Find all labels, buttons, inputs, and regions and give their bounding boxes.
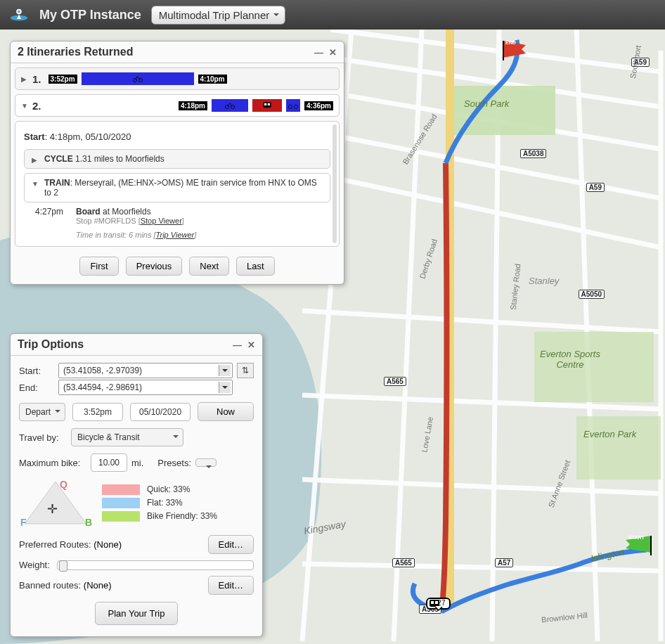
svg-rect-17 (268, 103, 270, 105)
expand-icon: ▶ (21, 75, 28, 83)
triangle-control[interactable]: Q F B ✛ (19, 477, 92, 528)
triangle-legend: Quick: 33% Flat: 33% Bike Friendly: 33% (102, 482, 254, 524)
start-label: Start: (19, 366, 54, 376)
max-bike-label: Maximum bike: (19, 458, 86, 468)
max-bike-input[interactable]: 10.00 (91, 453, 127, 472)
nav-buttons: First Previous Next Last (11, 251, 344, 284)
edit-banned-button[interactable]: Edit… (208, 576, 254, 595)
svg-rect-7 (431, 601, 434, 604)
itineraries-title: 2 Itineraries Returned (18, 46, 134, 58)
end-label: End: (19, 382, 54, 393)
station-marker[interactable]: 4:27 (426, 598, 451, 610)
travel-by-select[interactable]: Bicycle & Transit (71, 428, 183, 446)
start-flag-text: START (628, 535, 645, 540)
cycle-step[interactable]: ▶ CYCLE 1.31 miles to Moorfields (24, 149, 330, 169)
svg-point-2 (18, 11, 20, 13)
quick-swatch (102, 484, 140, 495)
depart-select[interactable]: Depart (19, 403, 65, 421)
flat-label: Flat: 33% (147, 498, 183, 508)
road-a565a: A565 (384, 377, 406, 386)
itineraries-panel: 2 Itineraries Returned — ✕ ▶ 1. 3:52pm 4… (10, 41, 344, 285)
transit-line: Time in transit: 6 mins [ (76, 231, 156, 239)
quick-label: Quick: 33% (147, 484, 190, 494)
south-park-label: South Park (464, 98, 509, 109)
itin1-end: 4:10pm (198, 75, 227, 84)
collapse-icon: ▼ (32, 180, 39, 188)
slider-handle[interactable] (59, 560, 67, 572)
time-input[interactable]: 3:52pm (72, 403, 123, 421)
train-icon (427, 599, 441, 609)
banned-value: (None) (84, 580, 112, 591)
collapse-icon: ▼ (21, 102, 28, 110)
preferred-label: Preferred Routes: (19, 539, 91, 550)
itin-index: 1. (32, 73, 41, 85)
minimize-icon[interactable]: — (233, 340, 242, 350)
svg-rect-16 (264, 103, 266, 105)
preferred-value: (None) (93, 539, 122, 550)
svg-rect-8 (435, 601, 438, 604)
top-bar: My OTP Instance Multimodal Trip Planner (0, 0, 665, 30)
scrollbar[interactable] (332, 124, 337, 243)
itin-index: 2. (32, 100, 41, 112)
itin2-start: 4:18pm (179, 101, 207, 110)
start-line: Start: 4:18pm, 05/10/2020 (24, 129, 330, 145)
friendly-label: Bike Friendly: 33% (147, 511, 217, 521)
end-flag-text: END (505, 40, 516, 45)
board-time: 4:27pm (24, 207, 63, 239)
trip-viewer-link[interactable]: Trip Viewer (156, 231, 195, 239)
presets-select[interactable] (195, 458, 217, 467)
trip-options-header: Trip Options — ✕ (11, 334, 262, 356)
first-button[interactable]: First (79, 257, 118, 276)
banned-label: Banned routes: (19, 580, 81, 591)
svg-point-19 (294, 105, 297, 108)
travel-by-label: Travel by: (19, 432, 67, 443)
mode-select[interactable]: Multimodal Trip Planner (151, 6, 286, 25)
trip-options-panel: Trip Options — ✕ Start: (53.41058, -2.97… (10, 333, 263, 637)
stanley-label: Stanley (529, 276, 559, 286)
stop-viewer-link[interactable]: Stop Viewer (141, 217, 182, 225)
flat-swatch (102, 498, 140, 508)
itin1-start: 3:52pm (49, 75, 77, 84)
svg-rect-5 (576, 416, 661, 479)
expand-icon: ▶ (32, 156, 39, 164)
stop-line: Stop #MORFLDS [ (76, 217, 141, 225)
minimize-icon[interactable]: — (314, 47, 323, 58)
plan-trip-button[interactable]: Plan Your Trip (95, 602, 179, 625)
friendly-swatch (102, 511, 140, 522)
now-button[interactable]: Now (198, 402, 254, 421)
road-a5038: A5038 (520, 149, 546, 158)
date-input[interactable]: 05/10/2020 (130, 403, 191, 421)
swap-button[interactable]: ⇅ (237, 363, 254, 378)
previous-button[interactable]: Previous (126, 257, 183, 276)
close-icon[interactable]: ✕ (329, 47, 337, 58)
board-row: 4:27pm Board at Moorfields Stop #MORFLDS… (24, 207, 330, 239)
itinerary-1[interactable]: ▶ 1. 3:52pm 4:10pm (15, 67, 340, 90)
svg-point-18 (288, 105, 292, 108)
edit-preferred-button[interactable]: Edit… (208, 535, 254, 554)
close-icon[interactable]: ✕ (247, 340, 255, 350)
weight-slider[interactable] (57, 560, 254, 570)
trip-options-title: Trip Options (18, 338, 84, 351)
itin2-end: 4:36pm (304, 101, 333, 110)
road-a5050: A5050 (579, 290, 605, 299)
itinerary-detail: Start: 4:18pm, 05/10/2020 ▶ CYCLE 1.31 m… (15, 121, 340, 247)
bike-leg-icon (212, 99, 248, 112)
presets-label: Presets: (157, 458, 191, 468)
last-button[interactable]: Last (236, 257, 275, 276)
board-label: Board (76, 207, 101, 217)
triangle-f: F (20, 517, 27, 528)
triangle-b: B (85, 517, 92, 528)
everton-sports-label: Everton Sports Centre (540, 349, 600, 370)
logo-icon (8, 7, 30, 22)
train-step[interactable]: ▼ TRAIN: Merseyrail, (ME:HNX->OMS) ME tr… (24, 173, 330, 202)
weight-label: Weight: (19, 560, 50, 570)
triangle-handle[interactable]: ✛ (47, 501, 58, 517)
board-text: at Moorfields (101, 207, 151, 217)
end-input[interactable]: (53.44594, -2.98691) (58, 380, 233, 395)
itinerary-2[interactable]: ▼ 2. 4:18pm 4:36pm (15, 94, 340, 117)
road-a565b: A565 (392, 558, 415, 567)
mi-label: mi. (131, 458, 143, 468)
start-input[interactable]: (53.41058, -2.97039) (58, 363, 233, 378)
next-button[interactable]: Next (189, 257, 229, 276)
everton-park-label: Everton Park (583, 429, 636, 439)
